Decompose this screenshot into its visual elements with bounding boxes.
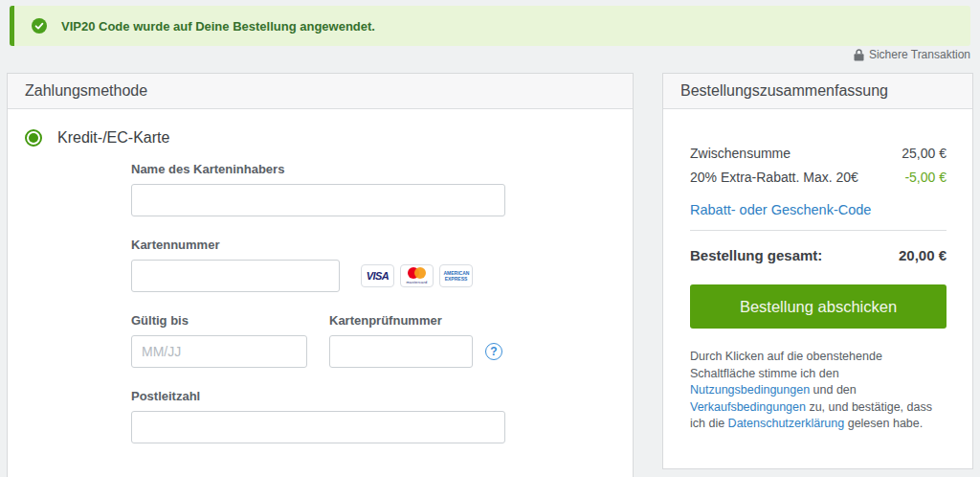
cardnumber-field-group: Kartennummer VISA mastercard AMERICAN EX… <box>131 238 633 292</box>
lock-icon <box>854 49 864 61</box>
payment-method-label: Kredit-/EC-Karte <box>57 129 169 147</box>
payment-panel-title: Zahlungsmethode <box>8 74 633 109</box>
discount-value: -5,00 € <box>904 166 947 190</box>
discount-label: 20% Extra-Rabatt. Max. 20€ <box>690 166 858 190</box>
visa-icon: VISA <box>361 264 394 287</box>
expiry-label: Gültig bis <box>131 313 307 328</box>
legal-link[interactable]: Datenschutzerklärung <box>728 417 845 430</box>
subtotal-label: Zwischensumme <box>690 142 791 166</box>
zip-label: Postleitzahl <box>131 389 633 403</box>
check-circle-icon <box>32 18 47 34</box>
payment-panel: Zahlungsmethode Kredit-/EC-Karte Name de… <box>7 73 634 477</box>
order-total-row: Bestellung gesamt: 20,00 € <box>690 246 947 265</box>
cardholder-field-group: Name des Karteninhabers <box>131 162 633 216</box>
payment-method-credit-card[interactable]: Kredit-/EC-Karte <box>25 129 633 147</box>
zip-field-group: Postleitzahl <box>131 389 633 443</box>
legal-link[interactable]: Nutzungsbedingungen <box>690 383 810 397</box>
expiry-field-group: Gültig bis <box>131 313 307 368</box>
cardholder-label: Name des Karteninhabers <box>131 162 633 176</box>
secure-transaction: Sichere Transaktion <box>854 48 970 61</box>
cardnumber-label: Kartennummer <box>131 238 633 252</box>
amex-icon: AMERICAN EXPRESS <box>439 264 473 287</box>
banner-message: VIP20 Code wurde auf Deine Bestellung an… <box>61 19 375 34</box>
expiry-input[interactable] <box>131 335 307 368</box>
cvc-field-group: Kartenprüfnummer ? <box>329 313 502 368</box>
order-total-value: 20,00 € <box>899 246 947 265</box>
cvc-help-icon[interactable]: ? <box>485 343 502 360</box>
subtotal-value: 25,00 € <box>902 142 947 166</box>
secure-transaction-label: Sichere Transaktion <box>869 48 970 61</box>
order-summary-title: Bestellungszusammenfassung <box>663 74 972 109</box>
summary-row-discount: 20% Extra-Rabatt. Max. 20€ -5,00 € <box>690 166 947 190</box>
success-banner: VIP20 Code wurde auf Deine Bestellung an… <box>10 6 970 46</box>
summary-rows: Zwischensumme 25,00 € 20% Extra-Rabatt. … <box>690 142 947 190</box>
discount-code-link[interactable]: Rabatt- oder Geschenk-Code <box>690 201 871 218</box>
cardholder-input[interactable] <box>131 184 505 216</box>
summary-divider <box>690 230 947 231</box>
submit-order-button[interactable]: Bestellung abschicken <box>690 284 947 329</box>
cardnumber-input[interactable] <box>131 260 340 292</box>
expiry-cvc-row: Gültig bis Kartenprüfnummer ? <box>131 313 633 368</box>
order-total-label: Bestellung gesamt: <box>690 246 822 265</box>
order-summary-panel: Bestellungszusammenfassung Zwischensumme… <box>662 73 973 469</box>
legal-link[interactable]: Verkaufsbedingungen <box>690 400 806 414</box>
summary-row-subtotal: Zwischensumme 25,00 € <box>690 142 947 166</box>
zip-input[interactable] <box>131 411 505 443</box>
accepted-cards: VISA mastercard AMERICAN EXPRESS <box>361 264 473 287</box>
card-form: Name des Karteninhabers Kartennummer VIS… <box>131 162 633 443</box>
legal-text: Durch Klicken auf die obenstehende Schal… <box>690 349 947 433</box>
mastercard-icon: mastercard <box>400 264 434 287</box>
radio-credit-card[interactable] <box>25 129 42 147</box>
cvc-input[interactable] <box>329 335 473 368</box>
cvc-label: Kartenprüfnummer <box>329 313 502 328</box>
